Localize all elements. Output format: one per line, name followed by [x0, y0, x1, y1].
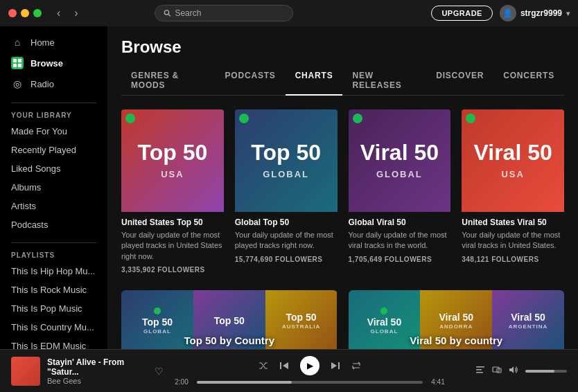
- spotify-icon: [125, 114, 135, 123]
- page-title: Browse: [121, 37, 564, 57]
- viral-by-country-title: Viral 50 by country: [410, 335, 502, 346]
- forward-button[interactable]: ›: [70, 6, 82, 21]
- svg-rect-13: [493, 367, 499, 372]
- svg-rect-2: [13, 59, 17, 62]
- maximize-button[interactable]: [33, 9, 42, 17]
- sidebar-item-country[interactable]: This Is Country Mu...: [0, 318, 107, 337]
- close-button[interactable]: [8, 9, 17, 17]
- minimize-button[interactable]: [21, 9, 29, 17]
- next-button[interactable]: [331, 361, 340, 371]
- tab-discover[interactable]: DISCOVER: [426, 66, 493, 96]
- sidebar-divider-1: [11, 103, 96, 103]
- player-track-artist: Bee Gees: [47, 377, 142, 385]
- svg-rect-10: [476, 366, 484, 368]
- sidebar-item-rock[interactable]: This Is Rock Music: [0, 280, 107, 299]
- app-body: ⌂ Home Browse ◎ Radio: [0, 26, 578, 349]
- card-global-top50-followers: 15,774,690 FOLLOWERS: [235, 256, 338, 263]
- volume-button[interactable]: [509, 365, 518, 377]
- svg-rect-3: [18, 59, 21, 62]
- sidebar-item-radio[interactable]: ◎ Radio: [0, 73, 107, 94]
- card-global-viral50-title: Global Viral 50: [349, 217, 451, 227]
- sidebar-item-edm[interactable]: This Is EDM Music: [0, 337, 107, 349]
- sidebar-item-pop[interactable]: This Is Pop Music: [0, 299, 107, 318]
- svg-line-1: [168, 14, 170, 16]
- player-bar: Stayin' Alive - From "Satur... Bee Gees …: [0, 349, 578, 392]
- back-button[interactable]: ‹: [53, 6, 64, 21]
- sidebar-item-albums[interactable]: Albums: [0, 178, 107, 197]
- card-us-viral50-label: Viral 50: [473, 141, 552, 163]
- username-label: strgzr9999: [520, 8, 562, 18]
- card-global-top50-sublabel: GLOBAL: [263, 169, 309, 179]
- svg-point-0: [164, 10, 168, 15]
- player-progress[interactable]: 2:00 4:41: [172, 378, 448, 386]
- volume-fill: [525, 370, 554, 373]
- main-content: Browse GENRES & MOODS PODCASTS CHARTS NE…: [107, 26, 578, 349]
- card-global-top-50-image: Top 50 GLOBAL: [235, 109, 338, 212]
- svg-rect-5: [18, 64, 21, 67]
- titlebar-right: UPGRADE 👤 strgzr9999 ▾: [431, 5, 570, 21]
- card-global-top-50[interactable]: Top 50 GLOBAL Global Top 50 Your daily u…: [235, 109, 338, 276]
- tab-genres[interactable]: GENRES & MOODS: [121, 66, 216, 96]
- tab-new-releases[interactable]: NEW RELEASES: [342, 66, 426, 96]
- card-global-top50-desc: Your daily update of the most played tra…: [235, 230, 338, 251]
- shuffle-button[interactable]: [259, 361, 268, 371]
- svg-rect-9: [338, 362, 340, 369]
- avatar: 👤: [500, 5, 516, 21]
- traffic-lights: [8, 9, 42, 17]
- titlebar: ‹ › UPGRADE 👤 strgzr9999 ▾: [0, 0, 578, 26]
- card-global-viral-50[interactable]: Viral 50 GLOBAL Global Viral 50 Your dai…: [349, 109, 451, 276]
- sidebar-item-podcasts[interactable]: Podcasts: [0, 215, 107, 234]
- upgrade-button[interactable]: UPGRADE: [431, 6, 493, 21]
- search-bar[interactable]: [155, 5, 293, 21]
- svg-rect-12: [476, 372, 483, 373]
- previous-button[interactable]: [279, 361, 289, 371]
- devices-button[interactable]: [492, 365, 502, 377]
- svg-rect-7: [280, 362, 281, 369]
- search-input[interactable]: [175, 8, 283, 18]
- sidebar-item-made-for-you[interactable]: Made For You: [0, 122, 107, 141]
- card-global-viral50-label: Viral 50: [360, 141, 439, 163]
- sidebar-library-section: YOUR LIBRARY Made For You Recently Playe…: [0, 106, 107, 234]
- card-global-viral50-desc: Your daily update of the most viral trac…: [349, 230, 451, 251]
- sidebar-nav-section: ⌂ Home Browse ◎ Radio: [0, 32, 107, 94]
- sidebar-item-artists[interactable]: Artists: [0, 197, 107, 215]
- play-pause-button[interactable]: ▶: [300, 356, 319, 375]
- sidebar-item-liked-songs[interactable]: Liked Songs: [0, 159, 107, 178]
- playlists-section-title: PLAYLISTS: [0, 246, 107, 262]
- card-us-viral50-followers: 348,121 FOLLOWERS: [462, 256, 564, 263]
- sidebar-item-hiphop[interactable]: This Is Hip Hop Mu...: [0, 262, 107, 280]
- tab-concerts[interactable]: CONCERTS: [493, 66, 564, 96]
- country-cards-row: Top 50 GLOBAL Top 50 Top 50 AUSTRALIA To…: [121, 290, 564, 349]
- like-button[interactable]: ♡: [155, 366, 164, 377]
- svg-rect-4: [13, 64, 17, 67]
- featured-cards-grid: Top 50 USA United States Top 50 Your dai…: [121, 109, 564, 276]
- sidebar-item-home[interactable]: ⌂ Home: [0, 32, 107, 53]
- card-global-top50-info: Global Top 50 Your daily update of the m…: [235, 212, 338, 266]
- card-us-viral-50[interactable]: Viral 50 USA United States Viral 50 Your…: [462, 109, 564, 276]
- spotify-icon: [353, 114, 362, 123]
- player-right-controls: [456, 365, 567, 377]
- player-track: Stayin' Alive - From "Satur... Bee Gees …: [11, 357, 164, 386]
- user-info[interactable]: 👤 strgzr9999 ▾: [500, 5, 570, 21]
- card-us-top-50-image: Top 50 USA: [121, 109, 224, 212]
- tab-charts[interactable]: CHARTS: [286, 66, 343, 96]
- search-icon: [164, 9, 171, 17]
- viral-by-country-card[interactable]: Viral 50 GLOBAL Viral 50 ANDORRA Viral 5…: [349, 290, 565, 349]
- sidebar-item-browse[interactable]: Browse: [0, 53, 107, 73]
- card-us-viral50-sublabel: USA: [501, 169, 524, 179]
- card-us-top50-label: Top 50: [138, 141, 208, 163]
- spotify-icon-mini: [380, 308, 387, 314]
- progress-bar[interactable]: [197, 381, 423, 384]
- tab-podcasts[interactable]: PODCASTS: [216, 66, 286, 96]
- sidebar-item-recently-played[interactable]: Recently Played: [0, 141, 107, 159]
- repeat-button[interactable]: [351, 361, 361, 371]
- queue-button[interactable]: [475, 365, 485, 377]
- card-us-top-50[interactable]: Top 50 USA United States Top 50 Your dai…: [121, 109, 224, 276]
- browse-icon: [11, 57, 24, 69]
- spotify-icon-mini: [154, 308, 161, 314]
- viral-by-country-overlay: Viral 50 by country: [349, 335, 565, 347]
- volume-bar[interactable]: [525, 370, 567, 373]
- top-by-country-card[interactable]: Top 50 GLOBAL Top 50 Top 50 AUSTRALIA To…: [121, 290, 338, 349]
- player-buttons: ▶: [259, 356, 361, 375]
- player-thumbnail: [11, 357, 40, 386]
